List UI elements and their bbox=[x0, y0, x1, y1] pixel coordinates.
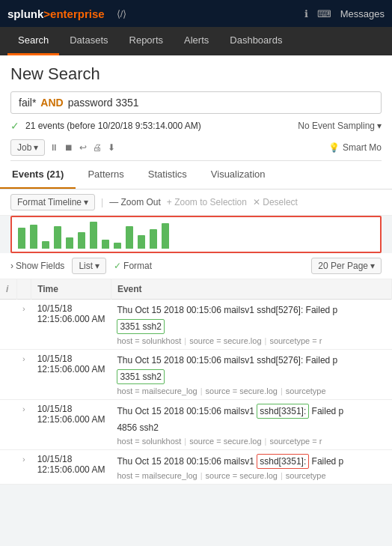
bar-7 bbox=[90, 222, 97, 249]
sampling-button[interactable]: No Event Sampling ▾ bbox=[298, 121, 382, 131]
nav-dashboards[interactable]: Dashboards bbox=[219, 27, 293, 55]
stop-icon[interactable]: ⏹ bbox=[64, 142, 73, 153]
search-keyword: fail* bbox=[19, 97, 36, 109]
col-header-time: Time bbox=[31, 279, 111, 300]
meta-line-3: host = solunkhost | source = secure.log … bbox=[117, 437, 385, 446]
smartmode-label: Smart Mo bbox=[343, 142, 382, 153]
highlight-green-1: 3351 ssh2 bbox=[117, 319, 164, 334]
bar-1 bbox=[18, 228, 25, 249]
nav-search[interactable]: Search bbox=[7, 27, 59, 55]
row-time-2: 10/15/1812:15:06.000 AM bbox=[31, 350, 111, 400]
job-button[interactable]: Job ▾ bbox=[10, 139, 45, 156]
event-line-2: Thu Oct 15 2018 00:15:06 mailsv1 sshd[52… bbox=[117, 354, 385, 367]
print-icon[interactable]: 🖨 bbox=[93, 142, 102, 153]
zoom-selection-button[interactable]: + Zoom to Selection bbox=[167, 197, 247, 207]
deselect-button[interactable]: ✕ Deselect bbox=[253, 197, 298, 207]
brand-prefix: splunk bbox=[7, 7, 43, 20]
tab-statistics[interactable]: Statistics bbox=[136, 161, 199, 189]
nav-alerts[interactable]: Alerts bbox=[174, 27, 219, 55]
export-icon[interactable]: ⬇ bbox=[108, 142, 115, 153]
list-button[interactable]: List ▾ bbox=[72, 258, 106, 274]
nav-reports[interactable]: Reports bbox=[119, 27, 174, 55]
event-extra-3: 4856 ssh2 bbox=[117, 421, 385, 434]
tab-events[interactable]: Events (21) bbox=[0, 161, 76, 189]
format-timeline-button[interactable]: Format Timeline ▾ bbox=[10, 194, 95, 210]
event-line-1: Thu Oct 15 2018 00:15:06 mailsv1 sshd[52… bbox=[117, 303, 385, 317]
bar-4 bbox=[54, 226, 61, 249]
expand-icon-2[interactable]: › bbox=[22, 354, 25, 363]
row-time-4: 10/15/1812:15:06.000 AM bbox=[31, 450, 111, 485]
row-expand-2[interactable]: › bbox=[16, 350, 31, 400]
smartmode-icon: 💡 bbox=[328, 142, 340, 153]
job-label: Job bbox=[17, 142, 31, 153]
tab-patterns[interactable]: Patterns bbox=[76, 161, 135, 189]
nav-datasets[interactable]: Datasets bbox=[59, 27, 118, 55]
zoom-out-button[interactable]: — Zoom Out bbox=[109, 197, 161, 207]
highlight-red-4: sshd[3351]: bbox=[257, 454, 309, 469]
row-time-1: 10/15/1812:15:06.000 AM bbox=[31, 300, 111, 350]
pause-icon[interactable]: ⏸ bbox=[49, 142, 58, 153]
bar-6 bbox=[78, 232, 85, 249]
brand-suffix: >enterprise bbox=[43, 7, 104, 20]
meta-line-4: host = mailsecure_log | source = secure.… bbox=[117, 471, 385, 480]
meta-source-3: source = secure.log bbox=[189, 437, 261, 446]
bar-2 bbox=[30, 225, 37, 249]
format-label: Format bbox=[123, 261, 152, 271]
smart-mode[interactable]: 💡 Smart Mo bbox=[328, 142, 382, 153]
meta-host-2: host = mailsecure_log bbox=[117, 386, 197, 395]
messages-label[interactable]: Messages bbox=[340, 8, 385, 19]
meta-line-2: host = mailsecure_log | source = secure.… bbox=[117, 386, 385, 395]
timeline-toolbar: Format Timeline ▾ | — Zoom Out + Zoom to… bbox=[0, 189, 392, 216]
show-fields-button[interactable]: › Show Fields bbox=[10, 261, 64, 271]
fields-toolbar: › Show Fields List ▾ ✓ Format 20 Per Pag… bbox=[0, 253, 392, 279]
search-bar[interactable]: fail* AND password 3351 bbox=[10, 91, 382, 114]
job-toolbar: Job ▾ ⏸ ⏹ ↩ 🖨 ⬇ 💡 Smart Mo bbox=[10, 136, 382, 161]
format-button[interactable]: ✓ Format bbox=[114, 261, 152, 271]
status-bar: ✓ 21 events (before 10/20/18 9:53:14.000… bbox=[10, 120, 382, 132]
event-highlight-1: 3351 ssh2 bbox=[117, 319, 385, 334]
highlight-green-3: sshd[3351]: bbox=[257, 404, 309, 419]
expand-icon-3[interactable]: › bbox=[22, 404, 25, 413]
meta-sourcetype-1: sourcetype = r bbox=[269, 336, 322, 345]
page-title: New Search bbox=[10, 64, 382, 84]
meta-host-4: host = mailsecure_log bbox=[117, 471, 197, 480]
table-row: › 10/15/1812:15:06.000 AM Thu Oct 15 201… bbox=[0, 350, 392, 400]
bar-3 bbox=[42, 241, 49, 249]
expand-icon-1[interactable]: › bbox=[22, 304, 25, 313]
row-expand-1[interactable]: › bbox=[16, 300, 31, 350]
list-label: List bbox=[79, 261, 93, 271]
expand-icon-4[interactable]: › bbox=[22, 455, 25, 464]
terminal-icon: ⌨ bbox=[317, 8, 331, 19]
status-text: 21 events (before 10/20/18 9:53:14.000 A… bbox=[25, 121, 201, 131]
row-event-4: Thu Oct 15 2018 00:15:06 mailsv1 sshd[33… bbox=[111, 450, 391, 485]
row-time-3: 10/15/1812:15:06.000 AM bbox=[31, 400, 111, 450]
perpage-button[interactable]: 20 Per Page ▾ bbox=[311, 258, 382, 274]
bar-10 bbox=[126, 226, 133, 249]
events-table: i Time Event › 10/15/1812:15:06.000 AM T… bbox=[0, 279, 392, 485]
meta-sourcetype-4: sourcetype bbox=[286, 471, 326, 480]
col-header-i: i bbox=[0, 279, 16, 300]
row-expand-3[interactable]: › bbox=[16, 400, 31, 450]
sampling-caret-icon: ▾ bbox=[377, 121, 382, 131]
row-index-3 bbox=[0, 400, 16, 450]
highlight-green-2: 3351 ssh2 bbox=[117, 369, 164, 384]
table-row: › 10/15/1812:15:06.000 AM Thu Oct 15 201… bbox=[0, 450, 392, 485]
meta-source-4: source = secure.log bbox=[206, 471, 278, 480]
meta-source-1: source = secure.log bbox=[189, 336, 261, 345]
job-caret-icon: ▾ bbox=[34, 142, 38, 153]
meta-line-1: host = solunkhost | source = secure.log … bbox=[117, 336, 385, 345]
tab-bar: Events (21) Patterns Statistics Visualiz… bbox=[0, 161, 392, 189]
meta-sourcetype-2: sourcetype bbox=[286, 386, 326, 395]
status-check-icon: ✓ bbox=[10, 120, 19, 132]
meta-source-2: source = secure.log bbox=[206, 386, 278, 395]
bar-12 bbox=[150, 229, 157, 249]
bar-9 bbox=[114, 243, 121, 249]
col-header-event: Event bbox=[111, 279, 391, 300]
row-expand-4[interactable]: › bbox=[16, 450, 31, 485]
table-row: › 10/15/1812:15:06.000 AM Thu Oct 15 201… bbox=[0, 300, 392, 350]
share-icon[interactable]: ↩ bbox=[79, 142, 87, 153]
event-line-3: Thu Oct 15 2018 00:15:06 mailsv1 sshd[33… bbox=[117, 404, 385, 419]
meta-sourcetype-3: sourcetype = r bbox=[269, 437, 322, 446]
tab-visualization[interactable]: Visualization bbox=[199, 161, 278, 189]
format-checkmark-icon: ✓ bbox=[114, 261, 121, 271]
